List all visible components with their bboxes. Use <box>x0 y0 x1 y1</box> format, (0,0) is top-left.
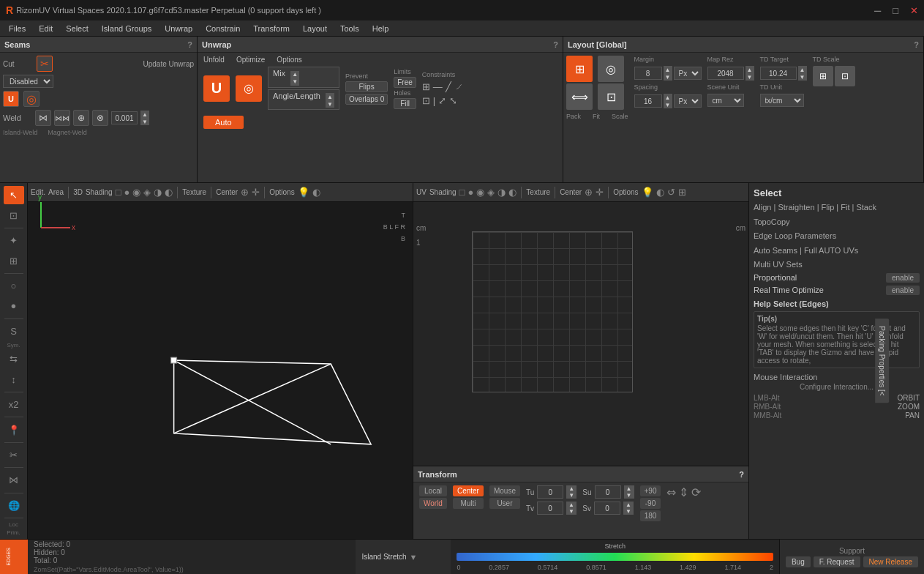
fit-grid-btn[interactable]: ◎ <box>598 56 624 82</box>
constraint-icon-3[interactable]: ╱ <box>446 81 451 92</box>
center-icon-uv[interactable]: ⊕ <box>585 187 593 198</box>
transform-help[interactable]: ? <box>739 470 744 479</box>
tool-ring[interactable]: ○ <box>4 277 24 295</box>
tool-x2[interactable]: x2 <box>4 395 24 414</box>
tf-icon-3[interactable]: ⟳ <box>691 485 701 499</box>
tu-up[interactable]: ▲ <box>566 485 576 492</box>
mix-down[interactable]: ▼ <box>290 78 299 86</box>
seams-help[interactable]: ? <box>187 40 192 49</box>
maximize-button[interactable]: □ <box>893 5 898 16</box>
rp-multi-uv[interactable]: Multi UV Sets <box>754 258 920 272</box>
constraint-icon-7[interactable]: ⤢ <box>438 95 446 106</box>
su-input[interactable] <box>595 485 621 499</box>
su-down[interactable]: ▼ <box>624 492 634 499</box>
unwrap-help[interactable]: ? <box>553 40 558 49</box>
island-weld-icon[interactable]: ⋈⋈ <box>54 110 70 126</box>
unwrap-u-btn[interactable]: U <box>203 75 230 102</box>
uv-shade-5[interactable]: ◑ <box>497 187 506 198</box>
constraint-icon-8[interactable]: ⤡ <box>449 95 457 106</box>
unwrap-circle-icon[interactable]: ◎ <box>23 91 40 107</box>
tool-area[interactable]: ⊡ <box>4 206 24 224</box>
tab-options[interactable]: Options <box>277 56 301 64</box>
margin-down[interactable]: ▼ <box>664 73 672 81</box>
td-scale-btn-1[interactable]: ⊞ <box>813 66 833 86</box>
map-rez-down[interactable]: ▼ <box>745 73 754 81</box>
move-icon-uv[interactable]: ✛ <box>596 187 604 198</box>
disabled-select[interactable]: Disabled <box>3 75 53 88</box>
close-button[interactable]: ✕ <box>910 5 918 16</box>
sv-input[interactable] <box>594 502 620 515</box>
menu-select[interactable]: Select <box>60 23 94 34</box>
packing-properties-tab[interactable]: Packing Properties [< <box>875 318 889 403</box>
tf-angle-neg90-btn[interactable]: -90 <box>640 498 661 509</box>
tool-lasso[interactable]: ✦ <box>4 231 24 250</box>
rp-edge-loop[interactable]: Edge Loop Parameters <box>754 230 920 243</box>
spacing-up[interactable]: ▲ <box>664 94 672 101</box>
constraint-icon-5[interactable]: ⊡ <box>422 95 430 106</box>
tf-local-btn[interactable]: Local <box>419 485 447 496</box>
weld-down[interactable]: ▼ <box>140 118 149 125</box>
uv-shade-4[interactable]: ◈ <box>487 187 495 198</box>
menu-edit[interactable]: Edit <box>33 23 59 34</box>
tf-multi-btn[interactable]: Multi <box>453 498 484 509</box>
scale-grid-btn[interactable]: ⟺ <box>566 83 593 110</box>
grid-icon-uv[interactable]: ⊞ <box>678 187 686 198</box>
menu-island-groups[interactable]: Island Groups <box>96 23 157 34</box>
tf-icon-1[interactable]: ⇔ <box>666 485 676 499</box>
tool-cut[interactable]: ✂ <box>4 446 24 464</box>
uv-shade-3[interactable]: ◉ <box>476 187 484 198</box>
map-rez-up[interactable]: ▲ <box>745 66 754 73</box>
magnet-weld-icon[interactable]: ⊕ <box>73 110 89 126</box>
menu-files[interactable]: Files <box>3 23 31 34</box>
flips-btn[interactable]: Flips <box>345 81 388 92</box>
sv-down[interactable]: ▼ <box>623 508 634 515</box>
rp-proportional-btn[interactable]: enable <box>886 273 920 283</box>
weld-up[interactable]: ▲ <box>140 111 149 118</box>
unwrap-circle-btn[interactable]: ◎ <box>236 75 262 102</box>
rp-align-row[interactable]: Align | Straighten | Flip | Fit | Stack <box>754 201 920 215</box>
unwrap-u-icon[interactable]: U <box>3 91 19 107</box>
tool-arrow[interactable]: ↕ <box>4 370 24 389</box>
tu-input[interactable] <box>537 485 563 499</box>
menu-unwrap[interactable]: Unwrap <box>159 23 198 34</box>
rp-auto-seams[interactable]: Auto Seams | Full AUTO UVs <box>754 245 920 258</box>
spacing-unit-select[interactable]: Px <box>674 94 702 108</box>
tab-unfold[interactable]: Unfold <box>203 56 225 64</box>
tv-down[interactable]: ▼ <box>566 508 576 515</box>
layout-help[interactable]: ? <box>914 40 919 49</box>
rp-realtime-btn[interactable]: enable <box>886 286 920 295</box>
constraint-icon-4[interactable]: ⟋ <box>454 81 464 92</box>
auto-btn[interactable]: Auto <box>203 116 244 129</box>
tv-input[interactable] <box>537 502 563 515</box>
layout-extra-btn[interactable]: ⊡ <box>598 83 624 110</box>
angle-up[interactable]: ▲ <box>326 93 334 100</box>
tf-user-btn[interactable]: User <box>489 498 520 509</box>
tf-mouse-btn[interactable]: Mouse <box>489 485 520 496</box>
td-target-down[interactable]: ▼ <box>798 73 807 81</box>
tool-globe[interactable]: 🌐 <box>4 496 24 515</box>
constraint-icon-6[interactable]: | <box>433 95 435 106</box>
mix-up[interactable]: ▲ <box>290 71 299 78</box>
freq-btn[interactable]: F. Request <box>814 556 860 567</box>
tf-world-btn[interactable]: World <box>419 498 447 509</box>
tab-optimize[interactable]: Optimize <box>236 56 265 64</box>
margin-up[interactable]: ▲ <box>664 66 672 73</box>
tf-icon-2[interactable]: ⇕ <box>679 485 688 499</box>
tool-mirror[interactable]: ⇆ <box>4 350 24 368</box>
uv-shade-2[interactable]: ● <box>467 187 473 198</box>
sphere-icon-uv[interactable]: ◐ <box>656 187 664 198</box>
menu-constrain[interactable]: Constrain <box>200 23 246 34</box>
weld-extra-icon[interactable]: ⊗ <box>92 110 108 126</box>
menu-help[interactable]: Help <box>367 23 395 34</box>
constraint-icon-1[interactable]: ⊞ <box>422 81 430 92</box>
tool-pin[interactable]: 📍 <box>4 420 24 439</box>
new-release-btn[interactable]: New Release <box>863 556 918 567</box>
cut-icon-btn[interactable]: ✂ <box>37 56 53 72</box>
refresh-icon-uv[interactable]: ↺ <box>667 187 675 198</box>
tool-weld[interactable]: ⋈ <box>4 471 24 489</box>
margin-unit-select[interactable]: Px <box>674 67 702 80</box>
td-target-input[interactable] <box>760 67 797 80</box>
pack-grid-btn[interactable]: ⊞ <box>566 56 593 82</box>
su-up[interactable]: ▲ <box>624 485 634 492</box>
island-stretch-dropdown[interactable]: ▼ <box>410 553 418 562</box>
